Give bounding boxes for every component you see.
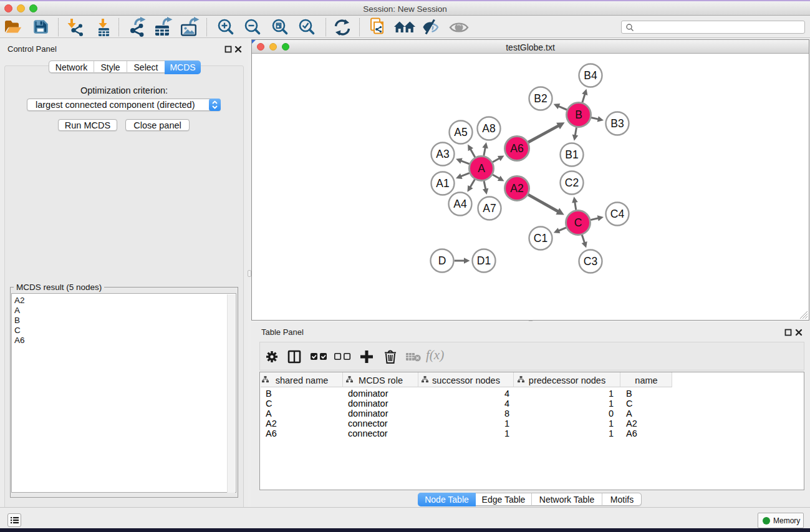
svg-text:B: B — [575, 109, 582, 121]
svg-text:C1: C1 — [534, 232, 547, 244]
svg-text:B3: B3 — [610, 117, 624, 130]
svg-text:A4: A4 — [453, 198, 467, 210]
svg-text:C4: C4 — [610, 208, 625, 220]
svg-text:B1: B1 — [565, 148, 578, 161]
svg-text:C: C — [574, 216, 582, 229]
svg-text:A5: A5 — [454, 126, 467, 138]
svg-text:A2: A2 — [510, 182, 523, 195]
svg-text:B2: B2 — [534, 92, 547, 105]
svg-text:A7: A7 — [483, 202, 496, 215]
svg-text:A8: A8 — [482, 122, 495, 135]
svg-text:A1: A1 — [436, 177, 449, 190]
svg-text:A3: A3 — [436, 148, 449, 160]
svg-text:A6: A6 — [510, 142, 523, 155]
svg-text:B4: B4 — [584, 69, 597, 82]
svg-text:C3: C3 — [584, 255, 597, 268]
svg-text:A: A — [478, 162, 485, 175]
svg-text:C2: C2 — [565, 177, 579, 189]
svg-text:D: D — [438, 254, 446, 267]
svg-text:D1: D1 — [477, 254, 491, 267]
